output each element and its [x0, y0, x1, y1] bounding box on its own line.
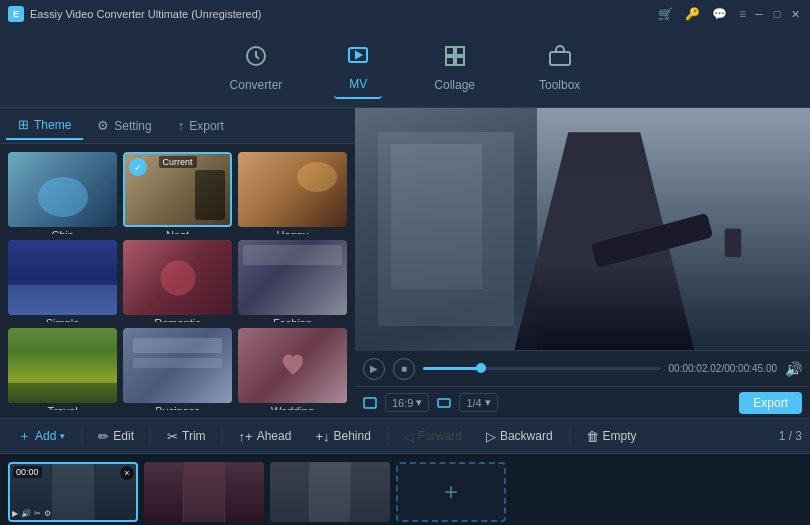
- toolbar-item-toolbox[interactable]: Toolbox: [527, 38, 592, 98]
- theme-chic[interactable]: Chic: [8, 152, 117, 234]
- svg-rect-6: [550, 52, 570, 65]
- clip-1-time: 00:00: [13, 466, 42, 478]
- theme-wedding[interactable]: Wedding: [238, 328, 347, 410]
- trim-button[interactable]: ✂ Trim: [157, 425, 216, 448]
- theme-business-name: Business: [123, 405, 232, 410]
- app-title: Eassiy Video Converter Ultimate (Unregis…: [30, 8, 652, 20]
- clip-1-close[interactable]: ×: [120, 466, 134, 480]
- collage-icon: [443, 44, 467, 74]
- maximize-button[interactable]: □: [770, 7, 784, 21]
- export-button[interactable]: Export: [739, 392, 802, 414]
- theme-tab-label: Theme: [34, 118, 71, 132]
- tab-bar: ⊞ Theme ⚙ Setting ↑ Export: [0, 108, 355, 144]
- theme-travel-name: Travel: [8, 405, 117, 410]
- separator-4: [387, 427, 388, 445]
- close-button[interactable]: ✕: [788, 7, 802, 21]
- clip-item-2[interactable]: [144, 462, 264, 522]
- behind-icon: +↓: [315, 429, 329, 444]
- export-tab-icon: ↑: [178, 118, 185, 133]
- aspect-ratio-icon: [363, 396, 377, 410]
- theme-romantic[interactable]: Romantic: [123, 240, 232, 322]
- aspect-ratio-select[interactable]: 16:9 ▾: [385, 393, 429, 412]
- export-tab-label: Export: [189, 119, 224, 133]
- theme-travel[interactable]: Travel: [8, 328, 117, 410]
- edit-icon: ✏: [98, 429, 109, 444]
- svg-rect-3: [456, 47, 464, 55]
- theme-neat[interactable]: ✓ Current Neat: [123, 152, 232, 234]
- add-clip-button[interactable]: +: [396, 462, 506, 522]
- trim-label: Trim: [182, 429, 206, 443]
- add-dropdown-icon: ▾: [60, 431, 65, 441]
- theme-tab-icon: ⊞: [18, 117, 29, 132]
- tab-setting[interactable]: ⚙ Setting: [85, 112, 163, 139]
- clip-item-3[interactable]: [270, 462, 390, 522]
- clip-trim-icon[interactable]: ✂: [34, 509, 41, 518]
- theme-fashion[interactable]: Fashion: [238, 240, 347, 322]
- separator-2: [150, 427, 151, 445]
- svg-rect-7: [364, 398, 376, 408]
- volume-icon[interactable]: 🔊: [785, 361, 802, 377]
- minimize-button[interactable]: ─: [752, 7, 766, 21]
- theme-happy-name: Happy: [238, 229, 347, 234]
- ahead-label: Ahead: [257, 429, 292, 443]
- theme-happy[interactable]: Happy: [238, 152, 347, 234]
- page-indicator: 1 / 3: [779, 429, 802, 443]
- toolbar-item-mv[interactable]: MV: [334, 37, 382, 99]
- progress-bar[interactable]: [423, 367, 661, 370]
- theme-wedding-name: Wedding: [238, 405, 347, 410]
- behind-button[interactable]: +↓ Behind: [305, 425, 380, 448]
- toolbar-item-collage[interactable]: Collage: [422, 38, 487, 98]
- quality-select[interactable]: 1/4 ▾: [459, 393, 497, 412]
- separator-5: [569, 427, 570, 445]
- key-icon[interactable]: 🔑: [685, 7, 700, 21]
- stop-button[interactable]: ■: [393, 358, 415, 380]
- clip-play-icon[interactable]: ▶: [12, 509, 18, 518]
- svg-rect-5: [456, 57, 464, 65]
- forward-button[interactable]: ◁ Forward: [394, 425, 472, 448]
- setting-tab-icon: ⚙: [97, 118, 109, 133]
- empty-label: Empty: [603, 429, 637, 443]
- clip-settings-icon[interactable]: ⚙: [44, 509, 51, 518]
- separator-3: [222, 427, 223, 445]
- add-button[interactable]: ＋ Add ▾: [8, 423, 75, 449]
- separator-1: [81, 427, 82, 445]
- ahead-icon: ↑+: [239, 429, 253, 444]
- time-display: 00:00:02.02/00:00:45.00: [669, 363, 777, 374]
- menu-icon[interactable]: ≡: [739, 7, 746, 21]
- toolbar-item-converter[interactable]: Converter: [218, 38, 295, 98]
- clip-item-1[interactable]: 00:00 × ▶ 🔊 ✂ ⚙: [8, 462, 138, 522]
- main-toolbar: Converter MV Collage Toolb: [0, 28, 810, 108]
- aspect-ratio-value: 16:9: [392, 397, 413, 409]
- theme-simple[interactable]: Simple: [8, 240, 117, 322]
- backward-button[interactable]: ▷ Backward: [476, 425, 563, 448]
- theme-neat-name: Neat: [123, 229, 232, 234]
- cart-icon[interactable]: 🛒: [658, 7, 673, 21]
- backward-label: Backward: [500, 429, 553, 443]
- chat-icon[interactable]: 💬: [712, 7, 727, 21]
- current-badge: Current: [158, 156, 196, 168]
- theme-business[interactable]: Business: [123, 328, 232, 410]
- quality-icon: [437, 396, 451, 410]
- edit-button[interactable]: ✏ Edit: [88, 425, 144, 448]
- tab-theme[interactable]: ⊞ Theme: [6, 111, 83, 140]
- setting-tab-label: Setting: [114, 119, 151, 133]
- toolbox-icon: [548, 44, 572, 74]
- forward-label: Forward: [418, 429, 462, 443]
- mv-icon: [346, 43, 370, 73]
- clip-vol-icon[interactable]: 🔊: [21, 509, 31, 518]
- add-icon: ＋: [18, 427, 31, 445]
- theme-grid: Chic ✓ Current Neat Happy: [0, 144, 355, 418]
- trim-icon: ✂: [167, 429, 178, 444]
- app-icon: E: [8, 6, 24, 22]
- collage-label: Collage: [434, 78, 475, 92]
- aspect-ratio-chevron: ▾: [416, 396, 422, 409]
- play-button[interactable]: ▶: [363, 358, 385, 380]
- time-total: 00:00:45.00: [724, 363, 777, 374]
- window-controls: ─ □ ✕: [752, 7, 802, 21]
- empty-button[interactable]: 🗑 Empty: [576, 425, 647, 448]
- timeline: 00:00 × ▶ 🔊 ✂ ⚙: [0, 454, 810, 525]
- ahead-button[interactable]: ↑+ Ahead: [229, 425, 302, 448]
- tab-export[interactable]: ↑ Export: [166, 112, 236, 139]
- mv-label: MV: [349, 77, 367, 91]
- converter-icon: [244, 44, 268, 74]
